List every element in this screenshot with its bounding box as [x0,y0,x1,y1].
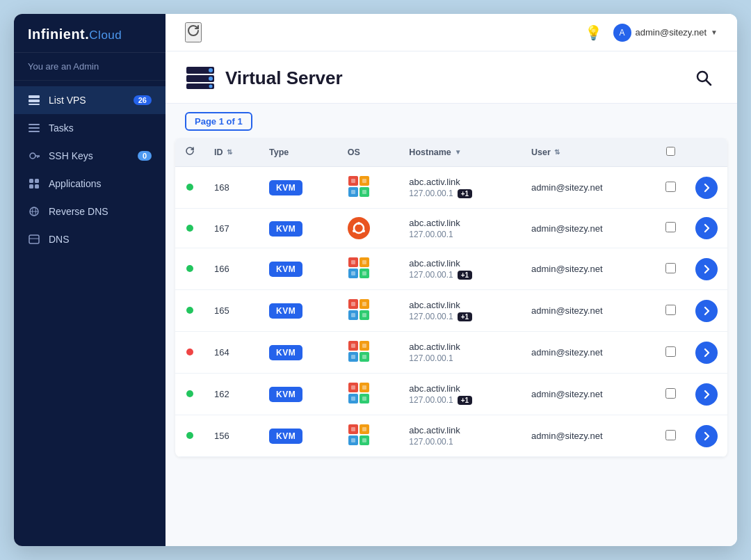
table-row: 164KVM abc.activ.link127.00.00.1admin@si… [175,332,727,374]
row-checkbox[interactable] [665,222,676,232]
plesk-icon [348,382,390,406]
svg-rect-17 [29,235,39,243]
hostname-cell: abc.activ.link127.00.00.1 [399,332,522,374]
user-cell: admin@sitezy.net [522,290,656,332]
type-cell: KVM [259,374,338,415]
ip-plus-badge: +1 [458,189,472,198]
go-button[interactable] [695,300,718,322]
page-badge[interactable]: Page 1 of 1 [185,112,252,131]
kvm-badge: KVM [269,429,302,444]
plesk-icon [348,298,390,323]
col-checkbox-all[interactable] [656,138,686,167]
main-content: 💡 A admin@sitezy.net ▼ [165,14,737,546]
hostname-main: abc.activ.link [409,342,512,352]
ip-plus-badge: +1 [458,396,472,405]
row-checkbox-cell[interactable] [656,332,686,374]
search-button[interactable] [690,64,718,92]
col-id[interactable]: ID⇅ [204,138,259,167]
svg-point-6 [30,153,35,159]
ssh-keys-label: SSH Keys [49,150,129,161]
sidebar-item-ssh-keys[interactable]: SSH Keys 0 [14,142,165,170]
go-button[interactable] [695,177,718,199]
svg-rect-0 [29,95,40,98]
os-cell [338,167,400,209]
status-cell [175,415,204,457]
refresh-button[interactable] [185,22,202,42]
sidebar-item-tasks[interactable]: Tasks [14,114,165,142]
sidebar-nav: List VPS 26 Tasks [14,81,165,546]
row-checkbox[interactable] [665,430,676,440]
pagination-row: Page 1 of 1 [165,104,737,138]
vps-table: ID⇅ Type OS Hostname▼ User⇅ [175,138,727,457]
logo-cloud: Cloud [89,29,122,42]
svg-rect-54 [362,313,366,317]
user-email: admin@sitezy.net [636,27,707,38]
col-hostname[interactable]: Hostname▼ [399,138,522,167]
col-os: OS [338,138,400,167]
svg-rect-45 [351,271,355,275]
applications-icon [28,177,40,190]
sidebar-item-applications[interactable]: Applications [14,170,165,198]
hostname-main: abc.activ.link [409,425,512,435]
col-type: Type [259,138,338,167]
user-menu[interactable]: A admin@sitezy.net ▼ [613,24,718,42]
go-cell [686,209,727,248]
table-row: 166KVM abc.activ.link127.00.00.1+1admin@… [175,248,727,290]
page-title: Virtual Server [225,67,343,89]
hostname-ip: 127.00.00.1 [409,437,453,447]
logo-text: Infinient. [28,26,89,42]
id-cell: 165 [204,290,259,332]
os-cell [338,374,400,415]
page-header: Virtual Server [165,51,737,104]
sidebar-item-list-vps[interactable]: List VPS 26 [14,86,165,114]
svg-rect-68 [362,385,366,390]
go-cell [686,248,727,290]
applications-label: Applications [49,178,152,189]
row-checkbox-cell[interactable] [656,415,686,457]
sidebar-item-reverse-dns[interactable]: Reverse DNS [14,198,165,225]
row-checkbox-cell[interactable] [656,167,686,209]
row-checkbox[interactable] [665,182,676,192]
row-checkbox[interactable] [665,388,676,399]
user-cell: admin@sitezy.net [522,248,656,290]
row-checkbox-cell[interactable] [656,290,686,332]
select-all-checkbox[interactable] [666,147,675,156]
status-dot [186,307,193,314]
user-cell: admin@sitezy.net [522,374,656,415]
hostname-main: abc.activ.link [409,383,512,394]
row-checkbox-cell[interactable] [656,209,686,248]
sidebar-item-dns[interactable]: DNS [14,225,165,253]
type-cell: KVM [259,248,338,290]
hostname-cell: abc.activ.link127.00.00.1+1 [399,167,522,209]
user-dropdown-icon: ▼ [711,29,718,36]
go-button[interactable] [695,425,718,447]
go-button[interactable] [695,217,718,239]
col-refresh[interactable] [175,138,204,167]
row-checkbox[interactable] [665,346,676,357]
os-cell [338,415,400,457]
svg-rect-70 [362,397,366,401]
svg-point-37 [362,230,365,232]
row-checkbox[interactable] [665,305,676,315]
hostname-main: abc.activ.link [409,218,512,228]
go-button[interactable] [695,258,718,280]
row-checkbox-cell[interactable] [656,248,686,290]
svg-rect-77 [351,438,355,442]
col-action [686,138,727,167]
svg-rect-34 [362,190,366,194]
col-user[interactable]: User⇅ [522,138,656,167]
type-cell: KVM [259,290,338,332]
hostname-ip: 127.00.00.1 [409,230,453,239]
go-button[interactable] [695,383,718,406]
go-cell [686,167,727,209]
svg-rect-46 [362,271,366,275]
topbar-right: 💡 A admin@sitezy.net ▼ [585,24,718,42]
row-checkbox-cell[interactable] [656,374,686,415]
row-checkbox[interactable] [665,263,676,273]
svg-point-24 [209,85,213,88]
svg-point-22 [209,77,213,81]
hostname-ip: 127.00.00.1 [409,312,453,321]
go-button[interactable] [695,342,718,364]
status-cell [175,248,204,290]
help-button[interactable]: 💡 [585,24,602,41]
